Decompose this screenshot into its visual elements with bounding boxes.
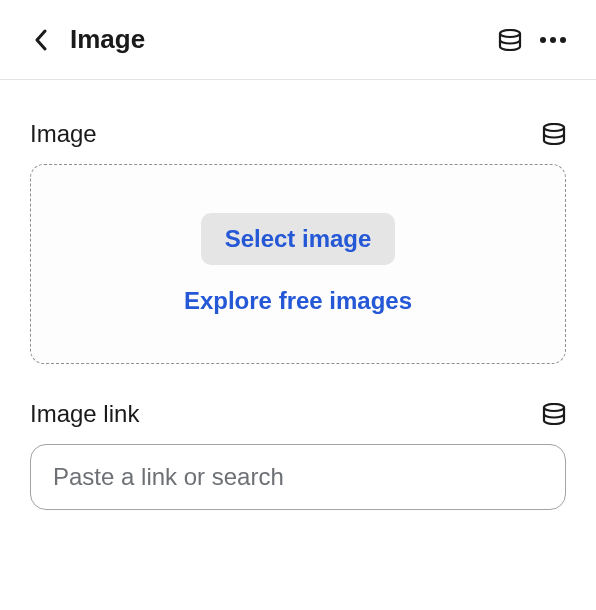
svg-point-0 <box>500 30 520 37</box>
header-left: Image <box>28 24 145 55</box>
image-dropzone[interactable]: Select image Explore free images <box>30 164 566 364</box>
database-icon <box>542 403 566 425</box>
image-field-header: Image <box>30 120 566 148</box>
more-button[interactable] <box>540 37 566 43</box>
database-icon <box>542 123 566 145</box>
explore-free-images-link[interactable]: Explore free images <box>184 287 412 315</box>
header-right <box>498 29 566 51</box>
image-link-field-group: Image link <box>30 400 566 510</box>
image-link-field-label: Image link <box>30 400 139 428</box>
database-icon <box>498 29 522 51</box>
svg-point-5 <box>544 404 564 411</box>
select-image-button[interactable]: Select image <box>201 213 396 265</box>
image-link-field-header: Image link <box>30 400 566 428</box>
image-field-group: Image Select image Explore free images <box>30 120 566 364</box>
content: Image Select image Explore free images I… <box>0 80 596 510</box>
more-horizontal-icon <box>540 37 566 43</box>
image-link-database-button[interactable] <box>542 403 566 425</box>
image-database-button[interactable] <box>542 123 566 145</box>
database-button[interactable] <box>498 29 522 51</box>
page-title: Image <box>70 24 145 55</box>
svg-point-2 <box>550 37 556 43</box>
image-link-input[interactable] <box>30 444 566 510</box>
svg-point-3 <box>560 37 566 43</box>
image-field-label: Image <box>30 120 97 148</box>
chevron-left-icon <box>34 29 47 51</box>
svg-point-1 <box>540 37 546 43</box>
back-button[interactable] <box>28 28 52 52</box>
header: Image <box>0 0 596 80</box>
svg-point-4 <box>544 124 564 131</box>
